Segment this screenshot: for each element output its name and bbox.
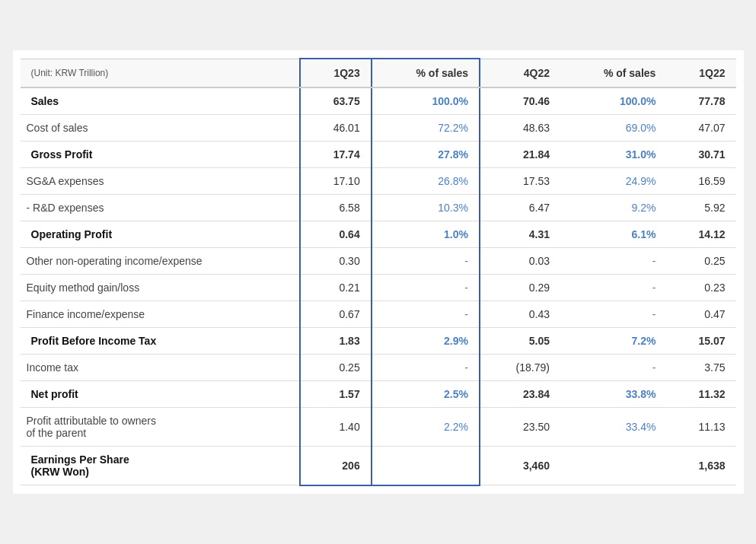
pct23-value: 26.8% (372, 168, 480, 195)
table-header-row: (Unit: KRW Trillion) 1Q23 % of sales 4Q2… (21, 59, 736, 87)
pct422-value: 24.9% (560, 168, 666, 195)
pct23-value: 1.0% (372, 221, 480, 248)
pct422-value: - (560, 275, 666, 301)
pct422-value: 100.0% (560, 87, 666, 115)
pct23-value: 2.2% (372, 408, 480, 447)
q422-value: 3,460 (480, 447, 560, 485)
q122-value: 0.47 (666, 301, 735, 328)
pct422-value: - (560, 355, 666, 381)
row-label: Profit Before Income Tax (21, 328, 300, 355)
q122-value: 11.32 (666, 381, 735, 408)
q422-value: 5.05 (480, 328, 560, 355)
row-label: - R&D expenses (21, 195, 300, 221)
q23-value: 1.83 (300, 328, 372, 355)
q422-value: 23.50 (480, 408, 560, 447)
table-row: Finance income/expense0.67-0.43-0.47 (21, 301, 736, 328)
q122-header: 1Q22 (666, 59, 735, 87)
pct422-value: 69.0% (560, 115, 666, 142)
pct23-value: 10.3% (372, 195, 480, 221)
q122-value: 1,638 (666, 447, 735, 485)
q422-header: 4Q22 (480, 59, 560, 87)
q122-value: 0.23 (666, 275, 735, 301)
pct422-value: - (560, 248, 666, 275)
table-row: Profit attributable to ownersof the pare… (21, 408, 736, 447)
q122-value: 15.07 (666, 328, 735, 355)
q23-value: 1.40 (300, 408, 372, 447)
table-row: - R&D expenses6.5810.3%6.479.2%5.92 (21, 195, 736, 221)
q23-value: 0.67 (300, 301, 372, 328)
pct422-value: 33.8% (560, 381, 666, 408)
pct23-value: 72.2% (372, 115, 480, 142)
q422-value: 17.53 (480, 168, 560, 195)
unit-header: (Unit: KRW Trillion) (21, 59, 300, 87)
q23-value: 46.01 (300, 115, 372, 142)
table-row: Earnings Per Share(KRW Won)2063,4601,638 (21, 447, 736, 485)
q23-value: 0.21 (300, 275, 372, 301)
q122-value: 77.78 (666, 87, 735, 115)
q23-value: 0.64 (300, 221, 372, 248)
q422-value: 48.63 (480, 115, 560, 142)
q122-value: 14.12 (666, 221, 735, 248)
q23-value: 17.74 (300, 142, 372, 168)
q23-value: 17.10 (300, 168, 372, 195)
q122-value: 47.07 (666, 115, 735, 142)
q422-value: 23.84 (480, 381, 560, 408)
row-label: Operating Profit (21, 221, 300, 248)
pct422-value: 7.2% (560, 328, 666, 355)
pct23-value: - (372, 355, 480, 381)
row-label: SG&A expenses (21, 168, 300, 195)
table-row: Sales63.75100.0%70.46100.0%77.78 (21, 87, 736, 115)
pct23-value (372, 447, 480, 485)
q23-value: 63.75 (300, 87, 372, 115)
pct422-value: 6.1% (560, 221, 666, 248)
q23-value: 6.58 (300, 195, 372, 221)
pct23-value: 27.8% (372, 142, 480, 168)
pct23-value: 2.9% (372, 328, 480, 355)
table-row: Equity method gain/loss0.21-0.29-0.23 (21, 275, 736, 301)
row-label: Profit attributable to ownersof the pare… (21, 408, 300, 447)
row-label: Equity method gain/loss (21, 275, 300, 301)
pct23-header: % of sales (372, 59, 480, 87)
row-label: Net profit (21, 381, 300, 408)
pct422-header: % of sales (560, 59, 666, 87)
table-row: SG&A expenses17.1026.8%17.5324.9%16.59 (21, 168, 736, 195)
table-row: Profit Before Income Tax1.832.9%5.057.2%… (21, 328, 736, 355)
table-row: Operating Profit0.641.0%4.316.1%14.12 (21, 221, 736, 248)
table-row: Gross Profit17.7427.8%21.8431.0%30.71 (21, 142, 736, 168)
q422-value: 70.46 (480, 87, 560, 115)
q122-value: 30.71 (666, 142, 735, 168)
pct23-value: 100.0% (372, 87, 480, 115)
row-label: Sales (21, 87, 300, 115)
q422-value: 6.47 (480, 195, 560, 221)
q23-value: 0.25 (300, 355, 372, 381)
table-row: Cost of sales46.0172.2%48.6369.0%47.07 (21, 115, 736, 142)
row-label: Earnings Per Share(KRW Won) (21, 447, 300, 485)
table-row: Income tax0.25-(18.79)-3.75 (21, 355, 736, 381)
pct422-value: - (560, 301, 666, 328)
row-label: Cost of sales (21, 115, 300, 142)
q23-value: 0.30 (300, 248, 372, 275)
q122-value: 0.25 (666, 248, 735, 275)
pct422-value: 9.2% (560, 195, 666, 221)
q23-value: 206 (300, 447, 372, 485)
q422-value: 0.43 (480, 301, 560, 328)
table-row: Net profit1.572.5%23.8433.8%11.32 (21, 381, 736, 408)
pct422-value: 31.0% (560, 142, 666, 168)
row-label: Income tax (21, 355, 300, 381)
row-label: Gross Profit (21, 142, 300, 168)
q122-value: 11.13 (666, 408, 735, 447)
pct23-value: - (372, 275, 480, 301)
q422-value: (18.79) (480, 355, 560, 381)
financial-table-container: (Unit: KRW Trillion) 1Q23 % of sales 4Q2… (13, 50, 744, 494)
pct422-value (560, 447, 666, 485)
q422-value: 0.03 (480, 248, 560, 275)
pct422-value: 33.4% (560, 408, 666, 447)
q422-value: 0.29 (480, 275, 560, 301)
financial-table: (Unit: KRW Trillion) 1Q23 % of sales 4Q2… (21, 58, 736, 486)
q422-value: 4.31 (480, 221, 560, 248)
pct23-value: - (372, 301, 480, 328)
q122-value: 5.92 (666, 195, 735, 221)
q122-value: 3.75 (666, 355, 735, 381)
row-label: Other non-operating income/expense (21, 248, 300, 275)
q23-value: 1.57 (300, 381, 372, 408)
